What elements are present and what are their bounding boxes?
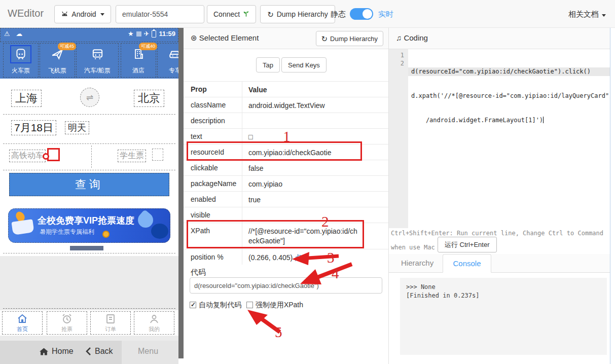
discount-badge: 可减45: [58, 43, 76, 50]
device-screen-mirror[interactable]: ⚠ ☁ ★ ✈ 11:59 火车票 可减45 飞机票: [0, 28, 178, 364]
connect-button[interactable]: Connect: [207, 5, 256, 23]
line-number: 2: [389, 59, 404, 67]
code-line-text: /android.widget.FrameLayout[1]'): [411, 117, 543, 124]
refresh-icon: ↻: [321, 35, 328, 43]
tab-train-ticket[interactable]: 火车票: [3, 43, 39, 78]
tab-label: 汽车/船票: [76, 66, 119, 75]
swap-cities-icon[interactable]: ⇌: [80, 88, 99, 107]
value-cell: //*[@resource-id="com.yipiao:id/checkGao…: [248, 227, 358, 246]
travel-date-field[interactable]: 7月18日: [11, 120, 56, 135]
menu-button[interactable]: Menu: [138, 347, 158, 356]
code-editor[interactable]: 1 2 d(resourceId="com.yipiao:id/checkGao…: [389, 49, 610, 228]
tab-label: 专车: [157, 66, 178, 75]
nav-item-orders[interactable]: 订单: [90, 311, 131, 335]
send-keys-button[interactable]: Send Keys: [281, 57, 327, 72]
text-cursor: [543, 117, 544, 123]
collapsed-side-strip: [610, 28, 615, 364]
home-icon: [40, 348, 48, 355]
query-button[interactable]: 查询: [9, 173, 169, 196]
autocopy-label: 自动复制代码: [199, 301, 241, 309]
code-line: d(resourceId="com.yipiao:id/checkGaotie"…: [411, 67, 610, 76]
prop-header: Prop: [191, 85, 207, 93]
star-icon: ★: [128, 30, 134, 38]
value-cell: (0.266, 0.405) 点击: [248, 253, 384, 263]
back-button[interactable]: Back: [85, 347, 113, 356]
dump-hierarchy-button[interactable]: ↻ Dump Hierarchy: [316, 31, 384, 46]
phone-status-bar: ⚠ ☁ ★ ✈ 11:59: [0, 28, 178, 42]
position-click-link[interactable]: 点击: [295, 253, 309, 262]
table-row: className android.widget.TextView: [184, 97, 388, 113]
book-illustration: [11, 219, 34, 235]
home-button[interactable]: Home: [40, 347, 74, 356]
console-output: >>> None [Finished in 0.237s]: [400, 278, 607, 355]
travel-date-hint: 明天: [65, 121, 89, 134]
airplane-icon: ✈: [144, 30, 150, 38]
highspeed-train-option-label[interactable]: 高铁动车: [9, 150, 46, 162]
battery-icon: [152, 30, 156, 38]
to-city-field[interactable]: 北京: [134, 90, 164, 107]
phone-bottom-nav: 首页 抢票 订单 我的: [0, 310, 178, 336]
tab-car-service[interactable]: 专车: [157, 43, 178, 78]
phone-category-tabs: 火车票 可减45 飞机票 汽车/船票 可减40 酒店: [0, 42, 178, 79]
tab-hierarchy[interactable]: Hierarchy: [401, 259, 433, 267]
coding-panel: ♫ Coding 1 2 d(resourceId="com.yipiao:id…: [388, 28, 610, 364]
panel-scrollbar[interactable]: [178, 28, 184, 358]
dump-hierarchy-button[interactable]: ↻ Dump Hierarchy: [260, 5, 335, 23]
realtime-toggle[interactable]: [350, 8, 373, 20]
phone-search-card: 上海 ⇌ 北京 7月18日 明天 高铁动车 学生票 查询 全校免费享VIP抢票速…: [0, 79, 178, 256]
nav-label: 订单: [90, 325, 131, 333]
back-chevron-icon: [85, 347, 91, 355]
value-header: Value: [248, 85, 384, 95]
divider: [3, 114, 175, 115]
force-xpath-checkbox[interactable]: [246, 302, 253, 308]
nav-item-home[interactable]: 首页: [2, 311, 43, 335]
coding-header: ♫ Coding: [389, 28, 610, 49]
tab-label: 酒店: [121, 66, 156, 75]
table-header-row: Prop Value: [184, 81, 388, 97]
vip-promo-banner[interactable]: 全校免费享VIP抢票速度 暑期学生票专属福利: [8, 208, 170, 243]
code-line: /android.widget.FrameLayout[1]'): [411, 116, 610, 124]
divider: [3, 143, 175, 144]
refresh-icon: ↻: [267, 11, 274, 18]
value-cell: com.yipiao:id/checkGaotie: [248, 148, 384, 158]
from-city-field[interactable]: 上海: [11, 90, 42, 107]
table-row-resource-id: resourceId com.yipiao:id/checkGaotie: [184, 144, 388, 160]
tab-flight-ticket[interactable]: 可减45 飞机票: [40, 43, 75, 78]
run-button[interactable]: 运行 Ctrl+Enter: [438, 237, 497, 252]
autocopy-checkbox[interactable]: [190, 302, 196, 308]
prop-cell: clickable: [191, 164, 218, 172]
nav-item-grab-ticket[interactable]: 抢票: [47, 311, 87, 335]
tab-console[interactable]: Console: [443, 254, 491, 273]
tap-button[interactable]: Tap: [256, 57, 280, 72]
car-icon: [164, 45, 178, 63]
shortcut-help-line1: Ctrl+Shift+Enter: Run current line, Chan…: [391, 230, 603, 237]
tab-bus-boat-ticket[interactable]: 汽车/船票: [76, 43, 119, 78]
chevron-down-icon: [602, 14, 606, 17]
nav-item-mine[interactable]: 我的: [134, 311, 174, 335]
chevron-down-icon: [100, 13, 104, 16]
static-mode-label: 静态: [331, 10, 346, 19]
editor-content[interactable]: d(resourceId="com.yipiao:id/checkGaotie"…: [411, 51, 610, 140]
home-icon: [16, 313, 28, 325]
home-label: Home: [52, 347, 74, 356]
console-line: >>> None: [406, 283, 601, 292]
student-ticket-checkbox[interactable]: [152, 149, 163, 161]
prop-cell: enabled: [191, 195, 216, 203]
device-serial-input[interactable]: [116, 5, 204, 23]
connect-label: Connect: [213, 10, 240, 18]
output-tabs: Hierarchy Console: [389, 254, 610, 273]
divider: [3, 170, 175, 170]
coding-title: ♫ Coding: [396, 33, 428, 42]
prop-cell: packageName: [191, 179, 236, 188]
platform-dropdown[interactable]: Android: [54, 5, 111, 23]
position-value: (0.266, 0.405): [248, 253, 293, 262]
tab-hotel[interactable]: 可减40 酒店: [121, 43, 156, 78]
divider: [3, 253, 175, 253]
options-row: 自动复制代码 强制使用XPath: [190, 301, 306, 310]
dump-label: Dump Hierarchy: [330, 35, 378, 43]
related-docs-menu[interactable]: 相关文档: [568, 10, 606, 19]
generated-code-input[interactable]: [190, 277, 382, 294]
prop-cell: XPath: [191, 227, 210, 235]
student-ticket-option-label[interactable]: 学生票: [118, 150, 146, 162]
divider: [91, 145, 92, 168]
